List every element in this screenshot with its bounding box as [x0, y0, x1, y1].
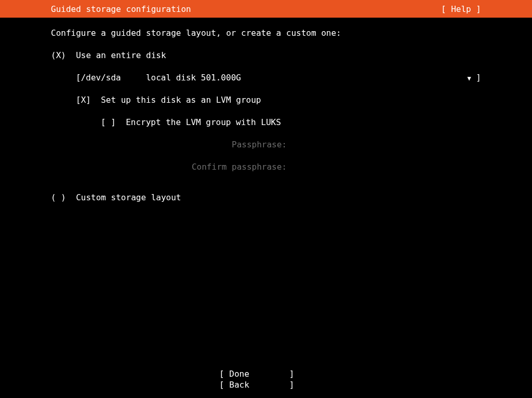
disk-select-close: ] — [471, 73, 481, 83]
done-button[interactable]: [ Done ] — [219, 369, 313, 379]
chevron-down-icon: ▼ ] — [468, 73, 482, 83]
footer-buttons: [ Done ] [ Back ] — [0, 369, 532, 391]
main-content: Configure a guided storage layout, or cr… — [0, 18, 532, 202]
disk-select-device: /dev/sda — [81, 73, 121, 83]
header-bar: Guided storage configuration [ Help ] — [0, 0, 532, 18]
checkbox-luks[interactable]: [ ] Encrypt the LVM group with LUKS — [101, 117, 481, 127]
checkbox-luks-mark: [ ] — [101, 117, 116, 127]
radio-entire-disk[interactable]: (X) Use an entire disk — [51, 50, 481, 60]
checkbox-lvm[interactable]: [X] Set up this disk as an LVM group — [76, 95, 481, 105]
radio-entire-disk-mark: (X) — [51, 50, 66, 60]
checkbox-lvm-label: Set up this disk as an LVM group — [101, 95, 261, 105]
intro-text: Configure a guided storage layout, or cr… — [51, 28, 481, 38]
disk-select-dropdown[interactable]: [ /dev/sda local disk 501.000G ▼ ] — [76, 73, 481, 83]
back-button[interactable]: [ Back ] — [219, 380, 313, 390]
radio-custom-label: Custom storage layout — [76, 193, 181, 202]
page-title: Guided storage configuration — [0, 4, 191, 14]
confirm-passphrase-label: Confirm passphrase: — [126, 162, 287, 172]
radio-custom-layout[interactable]: ( ) Custom storage layout — [51, 193, 481, 202]
radio-entire-disk-label: Use an entire disk — [76, 50, 166, 60]
help-button[interactable]: [ Help ] — [441, 4, 532, 14]
checkbox-lvm-mark: [X] — [76, 95, 91, 105]
passphrase-label: Passphrase: — [126, 140, 287, 149]
radio-custom-mark: ( ) — [51, 193, 66, 202]
checkbox-luks-label: Encrypt the LVM group with LUKS — [126, 117, 281, 127]
disk-select-open: [ — [76, 73, 81, 83]
disk-select-desc: local disk 501.000G — [146, 73, 241, 83]
